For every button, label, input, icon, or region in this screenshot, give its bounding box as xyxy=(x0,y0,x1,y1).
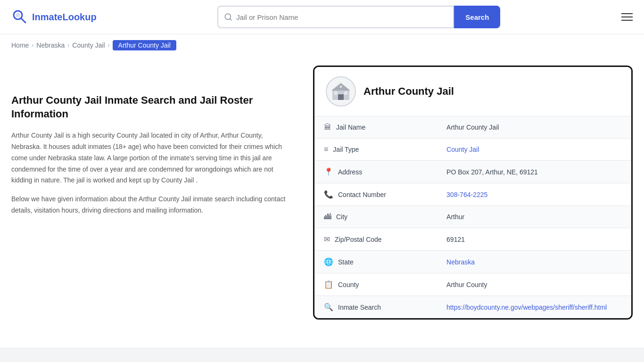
table-row: 📍AddressPO Box 207, Arthur, NE, 69121 xyxy=(314,161,631,183)
jail-info-card: Arthur County Jail 🏛Jail NameArthur Coun… xyxy=(313,66,633,320)
row-icon: 📋 xyxy=(324,280,333,289)
row-icon: 🏛 xyxy=(324,123,331,132)
svg-line-1 xyxy=(21,18,25,23)
row-icon: ✉ xyxy=(324,235,330,244)
table-row: 🏙CityArthur xyxy=(314,206,631,228)
search-input[interactable] xyxy=(236,13,447,21)
building-icon xyxy=(330,80,352,103)
row-icon: 🔍 xyxy=(324,303,333,312)
row-label-cell: ✉Zip/Postal Code xyxy=(314,228,437,251)
svg-point-2 xyxy=(16,13,20,17)
hamburger-menu-icon[interactable] xyxy=(621,13,633,21)
search-button[interactable]: Search xyxy=(454,6,500,28)
breadcrumb-sep-3: › xyxy=(108,42,110,49)
footer xyxy=(0,348,644,362)
card-title: Arthur County Jail xyxy=(363,85,454,98)
table-row: 📋CountyArthur County xyxy=(314,273,631,296)
row-label-cell: 📋County xyxy=(314,273,437,296)
row-label-text: State xyxy=(338,258,354,266)
row-label-text: City xyxy=(336,213,347,221)
row-value-cell: Arthur xyxy=(437,206,631,228)
description-para-2: Below we have given information about th… xyxy=(11,194,294,216)
table-row: 🔍Inmate Searchhttps://boydcounty.ne.gov/… xyxy=(314,296,631,319)
card-table: 🏛Jail NameArthur County Jail≡Jail TypeCo… xyxy=(314,116,631,318)
breadcrumb-county-jail[interactable]: County Jail xyxy=(72,41,105,49)
row-icon: ≡ xyxy=(324,145,328,154)
card-header: Arthur County Jail xyxy=(314,67,631,116)
main-content: Arthur County Jail Inmate Search and Jai… xyxy=(0,56,644,329)
card-table-body: 🏛Jail NameArthur County Jail≡Jail TypeCo… xyxy=(314,116,631,318)
row-label-cell: 🔍Inmate Search xyxy=(314,296,437,319)
search-area: Search xyxy=(217,6,500,28)
row-label-cell: ≡Jail Type xyxy=(314,139,437,161)
breadcrumb-nebraska[interactable]: Nebraska xyxy=(36,41,65,49)
description-para-1: Arthur County Jail is a high security Co… xyxy=(11,130,294,186)
breadcrumb: Home › Nebraska › County Jail › Arthur C… xyxy=(0,34,644,56)
row-label-text: Inmate Search xyxy=(338,304,381,311)
row-value-link[interactable]: https://boydcounty.ne.gov/webpages/sheri… xyxy=(446,304,607,311)
table-row: 🌐StateNebraska xyxy=(314,251,631,273)
row-label-text: Jail Type xyxy=(333,146,359,153)
svg-rect-9 xyxy=(344,91,347,95)
row-value-cell: Arthur County xyxy=(437,273,631,296)
row-label-cell: 📞Contact Number xyxy=(314,183,437,206)
svg-line-4 xyxy=(230,18,231,20)
table-row: 🏛Jail NameArthur County Jail xyxy=(314,116,631,139)
row-icon: 📞 xyxy=(324,190,333,199)
row-value-cell[interactable]: https://boydcounty.ne.gov/webpages/sheri… xyxy=(437,296,631,319)
row-label-cell: 🏙City xyxy=(314,206,437,228)
row-icon: 📍 xyxy=(324,167,333,176)
row-value-link[interactable]: 308-764-2225 xyxy=(446,191,487,198)
breadcrumb-active: Arthur County Jail xyxy=(113,40,176,50)
row-value-cell: PO Box 207, Arthur, NE, 69121 xyxy=(437,161,631,183)
left-panel: Arthur County Jail Inmate Search and Jai… xyxy=(11,66,313,224)
search-icon xyxy=(224,13,232,21)
page-heading: Arthur County Jail Inmate Search and Jai… xyxy=(11,94,294,121)
breadcrumb-sep-2: › xyxy=(67,42,69,49)
row-value-link[interactable]: Nebraska xyxy=(446,258,475,266)
row-value-link[interactable]: County Jail xyxy=(446,146,479,153)
svg-rect-7 xyxy=(338,94,344,100)
row-icon: 🌐 xyxy=(324,257,333,266)
svg-rect-10 xyxy=(340,86,342,88)
row-value-cell: 69121 xyxy=(437,228,631,251)
row-label-text: Address xyxy=(338,168,362,176)
row-value-cell[interactable]: County Jail xyxy=(437,139,631,161)
logo-icon xyxy=(11,8,28,25)
search-wrapper xyxy=(217,6,454,28)
svg-rect-8 xyxy=(334,91,338,95)
row-value-cell[interactable]: Nebraska xyxy=(437,251,631,273)
row-icon: 🏙 xyxy=(324,213,331,221)
jail-avatar xyxy=(326,76,356,107)
row-value-cell[interactable]: 308-764-2225 xyxy=(437,183,631,206)
row-label-text: Contact Number xyxy=(338,191,386,198)
table-row: ≡Jail TypeCounty Jail xyxy=(314,139,631,161)
row-label-cell: 🏛Jail Name xyxy=(314,116,437,139)
row-label-cell: 🌐State xyxy=(314,251,437,273)
row-label-text: County xyxy=(338,281,359,288)
table-row: 📞Contact Number308-764-2225 xyxy=(314,183,631,206)
row-value-cell: Arthur County Jail xyxy=(437,116,631,139)
row-label-text: Jail Name xyxy=(336,123,365,131)
row-label-cell: 📍Address xyxy=(314,161,437,183)
logo-text: InmateLookup xyxy=(32,12,97,23)
logo-area[interactable]: InmateLookup xyxy=(11,8,97,25)
breadcrumb-home[interactable]: Home xyxy=(11,41,29,49)
header: InmateLookup Search xyxy=(0,0,644,34)
row-label-text: Zip/Postal Code xyxy=(335,236,382,243)
table-row: ✉Zip/Postal Code69121 xyxy=(314,228,631,251)
breadcrumb-sep-1: › xyxy=(32,42,33,49)
